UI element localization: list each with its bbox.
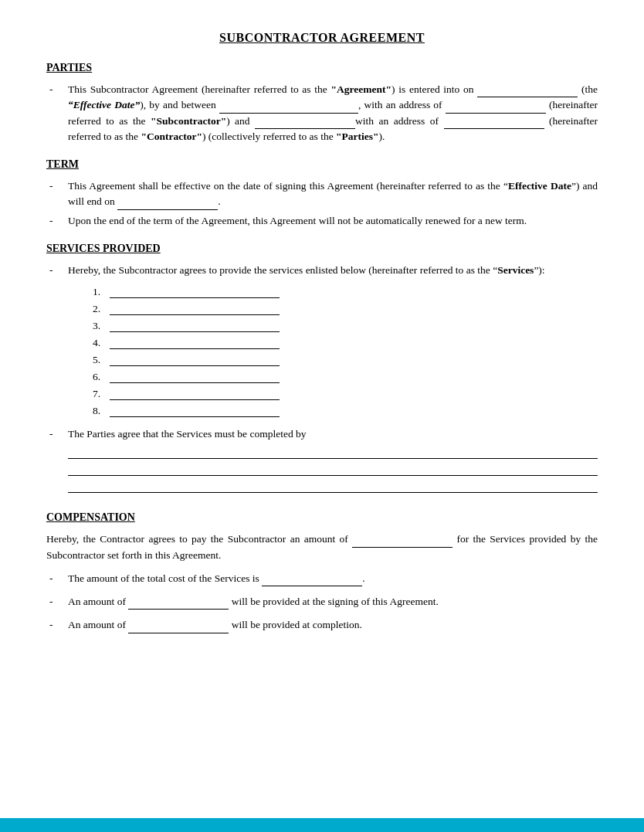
blank-service-3 xyxy=(110,320,280,332)
footer-bar xyxy=(0,818,644,832)
compensation-bullet-2: - An amount of will be provided at the s… xyxy=(46,594,598,610)
services-heading: SERVICES PROVIDED xyxy=(46,243,598,255)
dash-comp2: - xyxy=(46,594,68,610)
blank-subcontractor-address xyxy=(446,101,546,114)
comp-text-2: An amount of will be provided at the sig… xyxy=(68,594,598,610)
document-page: SUBCONTRACTOR AGREEMENT PARTIES - This S… xyxy=(0,0,644,832)
parties-heading: PARTIES xyxy=(46,62,598,74)
document-title: SUBCONTRACTOR AGREEMENT xyxy=(46,31,598,45)
term-text-2: Upon the end of the term of the Agreemen… xyxy=(68,213,598,229)
compensation-bullet-3: - An amount of will be provided at compl… xyxy=(46,617,598,633)
blank-contractor-name xyxy=(255,117,355,129)
completion-lines xyxy=(68,445,598,493)
blank-service-6 xyxy=(110,371,280,383)
term-bullet-2: - Upon the end of the term of the Agreem… xyxy=(46,213,598,229)
term-heading: TERM xyxy=(46,158,598,171)
blank-service-8 xyxy=(110,405,280,417)
blank-date xyxy=(477,85,578,97)
term-bullet-1: - This Agreement shall be effective on t… xyxy=(46,178,598,210)
blank-signing-amount xyxy=(128,597,229,610)
completion-text: The Parties agree that the Services must… xyxy=(68,426,598,494)
blank-service-7 xyxy=(110,388,280,400)
comp-text-3: An amount of will be provided at complet… xyxy=(68,617,598,633)
blank-service-4 xyxy=(110,337,280,349)
dash-completion: - xyxy=(46,426,68,442)
list-item: 4. xyxy=(93,337,598,349)
list-item: 1. xyxy=(93,286,598,298)
parties-bold: "Parties" xyxy=(336,131,378,142)
parties-paragraph: - This Subcontractor Agreement (hereinaf… xyxy=(46,82,598,144)
completion-line-2 xyxy=(68,462,598,476)
blank-service-1 xyxy=(110,286,280,298)
agreement-bold: "Agreement" xyxy=(331,83,391,95)
document-content: SUBCONTRACTOR AGREEMENT PARTIES - This S… xyxy=(0,0,644,818)
dash-comp1: - xyxy=(46,571,68,586)
dash-term1: - xyxy=(46,178,68,194)
blank-subcontractor-name xyxy=(219,101,358,114)
services-completion-bullet: - The Parties agree that the Services mu… xyxy=(46,426,598,494)
list-item: 2. xyxy=(93,303,598,315)
blank-amount xyxy=(352,535,452,548)
blank-total-cost xyxy=(262,574,362,586)
compensation-bullet-1: - The amount of the total cost of the Se… xyxy=(46,571,598,586)
blank-service-5 xyxy=(110,354,280,366)
services-list: 1. 2. 3. 4. 5. 6. xyxy=(93,286,598,417)
dash-term2: - xyxy=(46,213,68,229)
blank-completion-amount xyxy=(128,621,229,633)
blank-service-2 xyxy=(110,303,280,315)
comp-text-1: The amount of the total cost of the Serv… xyxy=(68,571,598,586)
services-intro-bullet: - Hereby, the Subcontractor agrees to pr… xyxy=(46,263,598,278)
compensation-intro: Hereby, the Contractor agrees to pay the… xyxy=(46,531,598,563)
services-intro-text: Hereby, the Subcontractor agrees to prov… xyxy=(68,263,598,278)
list-item: 3. xyxy=(93,320,598,332)
parties-text: This Subcontractor Agreement (hereinafte… xyxy=(68,82,598,144)
dash-comp3: - xyxy=(46,617,68,633)
list-item: 5. xyxy=(93,354,598,366)
dash-parties: - xyxy=(46,82,68,97)
completion-line-1 xyxy=(68,445,598,459)
list-item: 6. xyxy=(93,371,598,383)
subcontractor-bold: "Subcontractor" xyxy=(151,115,226,127)
completion-line-3 xyxy=(68,479,598,493)
list-item: 8. xyxy=(93,405,598,417)
dash-services: - xyxy=(46,263,68,278)
blank-contractor-address xyxy=(444,117,544,129)
compensation-heading: COMPENSATION xyxy=(46,511,598,524)
blank-end-date xyxy=(117,198,218,210)
list-item: 7. xyxy=(93,388,598,400)
effective-date-label: “Effective Date” xyxy=(68,99,140,110)
term-text-1: This Agreement shall be effective on the… xyxy=(68,178,598,210)
contractor-bold: "Contractor" xyxy=(141,131,202,142)
